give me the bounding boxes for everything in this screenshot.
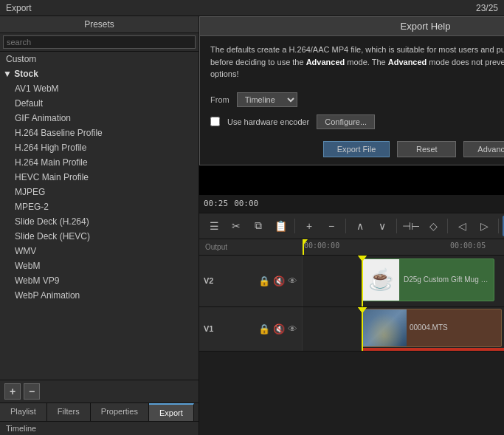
v2-eye-button[interactable]: 👁 xyxy=(288,275,297,287)
down-icon[interactable]: ∨ xyxy=(372,216,393,236)
export-help-overlay: Export Help The defaults create a H.264/… xyxy=(199,16,504,165)
export-help-from-row: From Timeline Clip Each Clip xyxy=(200,88,504,112)
preset-item[interactable]: Slide Deck (HEVC) xyxy=(0,229,199,244)
export-file-button[interactable]: Export File xyxy=(323,141,390,157)
main-layout: Presets Custom▼ StockAV1 WebMDefaultGIF … xyxy=(0,16,504,435)
preset-item[interactable]: MPEG-2 xyxy=(0,199,199,214)
v2-track-label: V2 🔒 🔇 👁 xyxy=(199,256,303,306)
preset-item[interactable]: MJPEG xyxy=(0,185,199,199)
left-bottom: + − Playlist Filters Properties Export T… xyxy=(0,380,199,435)
help-text-3: mode. The xyxy=(345,58,388,66)
v2-lock-button[interactable]: 🔒 xyxy=(258,275,270,287)
up-icon[interactable]: ∧ xyxy=(350,216,370,236)
tab-filters[interactable]: Filters xyxy=(47,403,91,421)
preset-item[interactable]: Slide Deck (H.264) xyxy=(0,214,199,229)
v1-track-icons: 🔒 🔇 👁 xyxy=(258,323,297,335)
preset-item[interactable]: Default xyxy=(0,96,199,111)
top-bar: Export 23/25 xyxy=(0,0,504,16)
v1-mute-button[interactable]: 🔇 xyxy=(273,323,285,335)
toolbar-divider xyxy=(396,219,397,233)
preset-item[interactable]: ▼ Stock xyxy=(0,66,199,81)
split-icon[interactable]: ⊣⊢ xyxy=(401,216,421,236)
diamond-icon[interactable]: ◇ xyxy=(423,216,443,236)
presets-list: Custom▼ StockAV1 WebMDefaultGIF Animatio… xyxy=(0,52,199,380)
toolbar: ☰✂⧉📋+−∧∨⊣⊢◇◁▷⌖⊛◎⊕⛉⊖ xyxy=(199,213,504,239)
preset-item[interactable]: H.264 Baseline Profile xyxy=(0,126,199,140)
add-remove-row: + − xyxy=(0,380,199,403)
from-select[interactable]: Timeline Clip Each Clip xyxy=(237,92,297,107)
export-help-title: Export Help xyxy=(200,17,504,36)
v1-track-row: V1 🔒 🔇 👁 00004.MTS xyxy=(199,307,504,352)
hw-encoder-row: Use hardware encoder Configure... xyxy=(200,112,504,135)
toolbar-divider xyxy=(345,219,346,233)
preset-item[interactable]: WebM xyxy=(0,258,199,273)
right-panel: Export Help The defaults create a H.264/… xyxy=(199,16,504,435)
v1-label: V1 xyxy=(204,324,213,333)
preset-item[interactable]: AV1 WebM xyxy=(0,81,199,96)
mug-icon: ☕ xyxy=(368,267,394,292)
help-bold-advanced-1: Advanced xyxy=(306,58,345,66)
preset-item[interactable]: H.264 Main Profile xyxy=(0,155,199,170)
v2-mute-button[interactable]: 🔇 xyxy=(273,275,285,287)
left-arrow-icon[interactable]: ◁ xyxy=(452,216,472,236)
right-arrow-icon[interactable]: ▷ xyxy=(474,216,494,236)
hw-encoder-label: Use hardware encoder xyxy=(227,117,309,126)
timeline-ruler: Output 00:00:00 00:00:05 xyxy=(199,239,504,256)
hamburger-icon[interactable]: ☰ xyxy=(204,216,224,236)
left-panel: Presets Custom▼ StockAV1 WebMDefaultGIF … xyxy=(0,16,199,435)
help-text-1: The defaults create a H.264/AAC MP4 file… xyxy=(210,45,504,54)
preset-item[interactable]: WebP Animation xyxy=(0,288,199,303)
v1-clip-thumbnail xyxy=(362,309,407,346)
copy-icon[interactable]: ⧉ xyxy=(248,216,269,236)
output-label: Output xyxy=(199,243,303,251)
v2-track-content[interactable]: ☕ D25g Custom Gift Mug for Loan Signing … xyxy=(303,256,504,306)
preset-item[interactable]: WebM VP9 xyxy=(0,273,199,288)
preset-item[interactable]: HEVC Main Profile xyxy=(0,170,199,185)
ruler-time-area[interactable]: 00:00:00 00:00:05 xyxy=(303,239,504,255)
advanced-button[interactable]: Advanced xyxy=(463,141,504,157)
configure-button[interactable]: Configure... xyxy=(317,114,375,129)
scissors-icon[interactable]: ✂ xyxy=(226,216,246,236)
v2-track-row: V2 🔒 🔇 👁 ☕ D25g Custom xyxy=(199,256,504,307)
remove-preset-button[interactable]: − xyxy=(24,383,40,400)
toolbar-divider xyxy=(447,219,448,233)
top-bar-title: Export xyxy=(6,3,32,13)
preset-item[interactable]: Custom xyxy=(0,52,199,66)
v1-eye-button[interactable]: 👁 xyxy=(288,323,297,335)
presets-header: Presets xyxy=(0,16,199,33)
v1-clip-name: 00004.MTS xyxy=(407,323,451,332)
bottom-tab-bar: Playlist Filters Properties Export xyxy=(0,403,199,421)
reset-button[interactable]: Reset xyxy=(397,141,456,157)
minus-icon[interactable]: − xyxy=(321,216,342,236)
timeline-section-label: Timeline xyxy=(0,421,199,435)
v2-track-icons: 🔒 🔇 👁 xyxy=(258,275,297,287)
v1-track-label: V1 🔒 🔇 👁 xyxy=(199,307,303,351)
search-input[interactable] xyxy=(3,35,196,49)
time-display-row: 00:25 00:00 Sour xyxy=(199,195,504,213)
tab-export[interactable]: Export xyxy=(149,403,194,421)
tab-properties[interactable]: Properties xyxy=(91,403,149,421)
paste-icon[interactable]: 📋 xyxy=(270,216,291,236)
time-code-1: 00:25 xyxy=(204,199,228,208)
tab-playlist[interactable]: Playlist xyxy=(0,403,47,421)
time-code-2: 00:00 xyxy=(234,199,258,208)
add-preset-button[interactable]: + xyxy=(4,383,21,400)
v1-lock-button[interactable]: 🔒 xyxy=(258,323,270,335)
export-actions: Export File Reset Advanced xyxy=(200,135,504,165)
preset-item[interactable]: H.264 High Profile xyxy=(0,140,199,155)
timeline-area: Output 00:00:00 00:00:05 V2 🔒 🔇 👁 xyxy=(199,239,504,436)
v2-label: V2 xyxy=(204,276,213,285)
help-bold-advanced-2: Advanced xyxy=(388,58,427,66)
v1-clip[interactable]: 00004.MTS xyxy=(362,309,502,347)
v2-clip[interactable]: ☕ D25g Custom Gift Mug for Loan Signing … xyxy=(362,258,494,301)
export-help-body: The defaults create a H.264/AAC MP4 file… xyxy=(200,36,504,88)
toolbar-divider xyxy=(498,219,499,233)
hw-encoder-checkbox[interactable] xyxy=(210,117,220,126)
v1-track-content[interactable]: 00004.MTS xyxy=(303,307,504,351)
ruler-playhead[interactable] xyxy=(303,239,304,255)
preset-item[interactable]: GIF Animation xyxy=(0,111,199,126)
v2-clip-name: D25g Custom Gift Mug for Loan Signing Ag… xyxy=(399,275,494,284)
add-icon[interactable]: + xyxy=(299,216,320,236)
toolbar-divider xyxy=(294,219,295,233)
preset-item[interactable]: WMV xyxy=(0,244,199,258)
